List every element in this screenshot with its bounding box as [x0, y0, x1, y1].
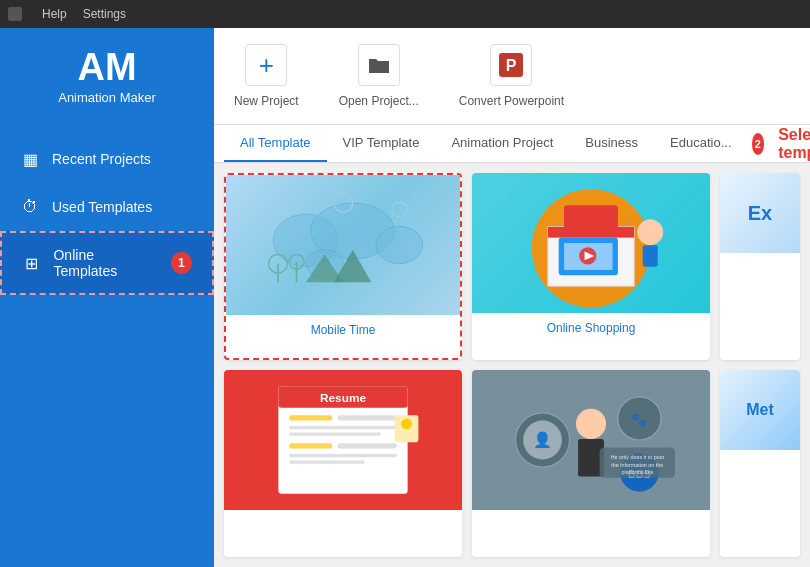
online-shopping-bg	[472, 173, 710, 313]
svg-rect-32	[289, 426, 397, 429]
new-project-icon: +	[245, 44, 287, 86]
svg-rect-35	[338, 443, 397, 448]
menu-help[interactable]: Help	[42, 7, 67, 21]
template-card-resume[interactable]: Resume	[224, 370, 462, 557]
mobile-time-image	[226, 175, 460, 315]
sidebar-item-online-templates[interactable]: ⊞ Online Templates 1	[0, 231, 214, 295]
online-templates-badge: 1	[171, 252, 192, 274]
template-card-partial-bottom-right[interactable]: Met	[720, 370, 800, 557]
svg-rect-26	[643, 245, 658, 267]
template-card-online-shopping[interactable]: Online Shopping	[472, 173, 710, 360]
tab-vip-template[interactable]: VIP Template	[327, 125, 436, 162]
social-media-image: 👤 🐾 BBS He only does it to post t	[472, 370, 710, 510]
action-bar: + New Project Open Project... P	[214, 28, 810, 125]
used-templates-icon: ⏱	[20, 197, 40, 217]
sidebar-item-recent-projects[interactable]: ▦ Recent Projects	[0, 135, 214, 183]
svg-rect-20	[548, 227, 634, 238]
social-media-bg: 👤 🐾 BBS He only does it to post t	[472, 370, 710, 510]
template-card-mobile-time[interactable]: Mobile Time	[224, 173, 462, 360]
content-area: + New Project Open Project... P	[214, 28, 810, 567]
tab-education[interactable]: Educatio...	[654, 125, 747, 162]
brand-name: Animation Maker	[58, 90, 156, 105]
svg-text:platforms like: platforms like	[621, 469, 653, 475]
new-project-button[interactable]: + New Project	[234, 44, 299, 108]
open-project-label: Open Project...	[339, 94, 419, 108]
sidebar-item-used-templates[interactable]: ⏱ Used Templates	[0, 183, 214, 231]
convert-powerpoint-label: Convert Powerpoint	[459, 94, 564, 108]
online-shopping-image	[472, 173, 710, 313]
convert-powerpoint-button[interactable]: P Convert Powerpoint	[459, 44, 564, 108]
resume-bg: Resume	[224, 370, 462, 510]
svg-rect-30	[289, 415, 332, 420]
svg-text:👤: 👤	[533, 431, 552, 449]
resume-image: Resume	[224, 370, 462, 510]
svg-text:🐾: 🐾	[631, 412, 648, 428]
svg-text:the information on the: the information on the	[611, 462, 663, 468]
open-project-button[interactable]: Open Project...	[339, 44, 419, 108]
svg-point-39	[401, 418, 412, 429]
svg-rect-34	[289, 443, 332, 448]
open-project-icon	[358, 44, 400, 86]
social-media-label	[472, 510, 710, 526]
svg-point-48	[576, 409, 606, 439]
select-template-badge: 2	[752, 133, 765, 155]
menu-settings[interactable]: Settings	[83, 7, 126, 21]
tab-animation-project[interactable]: Animation Project	[435, 125, 569, 162]
resume-label	[224, 510, 462, 526]
brand-letters: AM	[58, 48, 156, 86]
sidebar: AM Animation Maker ▦ Recent Projects ⏱ U…	[0, 28, 214, 567]
svg-text:P: P	[506, 57, 517, 74]
svg-text:Resume: Resume	[320, 391, 366, 405]
used-templates-label: Used Templates	[52, 199, 152, 215]
sidebar-nav: ▦ Recent Projects ⏱ Used Templates ⊞ Onl…	[0, 135, 214, 295]
svg-rect-36	[289, 454, 397, 457]
convert-powerpoint-icon: P	[490, 44, 532, 86]
recent-projects-icon: ▦	[20, 149, 40, 169]
template-tabs-row: All Template VIP Template Animation Proj…	[214, 125, 810, 163]
tab-all-template[interactable]: All Template	[224, 125, 327, 162]
new-project-label: New Project	[234, 94, 299, 108]
template-card-partial-right[interactable]: Ex	[720, 173, 800, 360]
sidebar-brand: AM Animation Maker	[58, 48, 156, 105]
template-card-social-media[interactable]: 👤 🐾 BBS He only does it to post t	[472, 370, 710, 557]
mobile-time-bg	[226, 175, 460, 315]
menu-bar: Help Settings	[0, 0, 810, 28]
main-layout: AM Animation Maker ▦ Recent Projects ⏱ U…	[0, 28, 810, 567]
online-templates-label: Online Templates	[53, 247, 158, 279]
online-templates-icon: ⊞	[22, 253, 41, 273]
select-template-label: Select a template	[778, 126, 810, 162]
online-shopping-label: Online Shopping	[472, 313, 710, 343]
svg-text:He only does it to post: He only does it to post	[611, 454, 665, 460]
svg-rect-31	[338, 415, 397, 420]
tab-business[interactable]: Business	[569, 125, 654, 162]
svg-rect-33	[289, 432, 381, 435]
recent-projects-label: Recent Projects	[52, 151, 151, 167]
svg-point-4	[376, 226, 423, 263]
app-logo-icon	[8, 7, 22, 21]
svg-rect-37	[289, 460, 364, 463]
svg-point-25	[637, 219, 663, 245]
mobile-time-label: Mobile Time	[226, 315, 460, 345]
svg-point-16	[392, 202, 407, 217]
